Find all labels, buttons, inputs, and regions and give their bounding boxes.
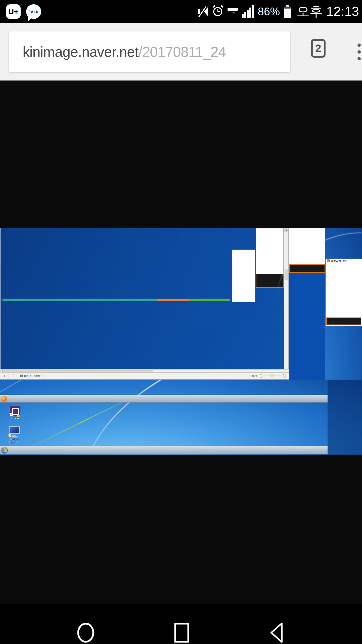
url-host: kinimage.naver.net	[23, 44, 138, 60]
taskbar-inner-screenshot: ›	[0, 395, 328, 403]
magnifier-icon: ⌕	[327, 259, 330, 262]
lte-icon: LTE↓↑	[228, 8, 238, 15]
program-guide-panel: ⌕프로그램 안내	[326, 259, 362, 326]
inner-banner-strip	[3, 299, 230, 301]
ad-banner-guide[interactable]	[326, 317, 361, 325]
nav-back-icon[interactable]	[267, 621, 289, 644]
kakaotalk-notification-icon: TALK	[26, 4, 41, 19]
battery-icon	[284, 5, 291, 18]
viewer-status-bar: ✛ 1 11920 × 1200px 100% − +	[1, 373, 289, 379]
start-button-orange-icon[interactable]: ›	[1, 396, 7, 402]
battery-percent: 86%	[258, 5, 280, 18]
image-viewer-window[interactable]: ▲ ✛ 1 11920 × 1200px 100% − +	[0, 228, 290, 380]
signal-strength-icon	[242, 5, 254, 18]
menu-overflow-icon[interactable]	[354, 37, 362, 66]
ad-banner-right[interactable]	[289, 264, 325, 273]
zoom-slider[interactable]	[264, 376, 281, 376]
image-size-label: 1920 × 1200px	[24, 375, 40, 377]
url-bar[interactable]: kinimage.naver.net/20170811_24	[9, 31, 290, 72]
desktop-icon-cpuz[interactable]: ↗ CPU-Z	[4, 405, 26, 419]
zoom-out-icon[interactable]: −	[259, 374, 262, 378]
android-nav-bar	[0, 604, 362, 644]
zoom-control[interactable]: 100% − +	[251, 374, 289, 378]
desktop-icon-computer-shortcut[interactable]: ↗ 컴퓨터 - 바로 가기	[3, 426, 26, 444]
threedp-faq-column	[289, 228, 325, 380]
window-content-blue	[289, 273, 325, 380]
image-viewer-canvas[interactable]: ▲	[1, 228, 289, 369]
pan-icon[interactable]: ✛	[1, 374, 9, 378]
viewer-horizontal-scrollbar[interactable]	[1, 369, 289, 373]
faq-panel-right	[289, 228, 325, 264]
zoom-in-icon[interactable]: +	[282, 374, 286, 378]
zoom-level: 100%	[251, 375, 257, 377]
start-orb-icon[interactable]	[1, 447, 8, 454]
wallpaper-right-band	[328, 380, 362, 455]
nav-recents-icon[interactable]	[170, 621, 193, 644]
cpuz-icon: ↗	[9, 405, 20, 416]
android-status-bar: U+ TALK LTE↓↑ 86% 오후 12:13	[0, 0, 362, 23]
phone-screenshot: U+ TALK LTE↓↑ 86% 오후 12:13 kinimage.nave…	[0, 0, 362, 644]
clock-text: 오후 12:13	[296, 3, 359, 20]
nav-home-icon[interactable]	[74, 621, 97, 644]
url-path: /20170811_24	[138, 44, 226, 60]
fit-page-icon[interactable]: 1	[9, 374, 17, 378]
threedp-chip-window-fragment	[232, 250, 255, 302]
tab-count-button[interactable]: 2	[311, 39, 326, 58]
viewed-image-desktop-screenshot[interactable]: ▲ ✛ 1 11920 × 1200px 100% − + ⌕	[0, 228, 362, 455]
actual-size-icon[interactable]: 1	[20, 375, 23, 377]
program-guide-title: 프로그램 안내	[331, 259, 347, 263]
alarm-icon	[212, 6, 223, 17]
carrier-uplus-icon: U+	[6, 4, 21, 19]
computer-icon: ↗	[8, 426, 21, 437]
browser-toolbar: kinimage.naver.net/20170811_24 2	[0, 23, 362, 80]
wallpaper-bottom	[0, 380, 362, 455]
taskbar-desktop	[0, 446, 328, 454]
mute-icon	[197, 6, 208, 17]
